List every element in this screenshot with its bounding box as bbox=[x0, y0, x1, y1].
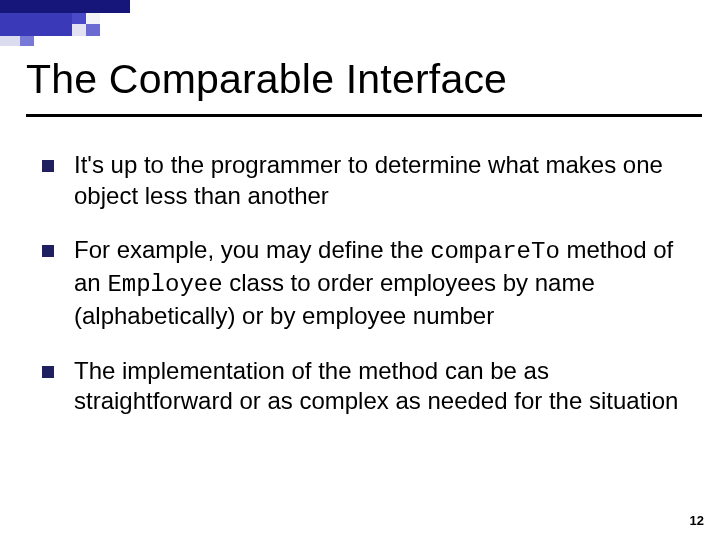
title-underline bbox=[26, 114, 702, 117]
bullet-item: It's up to the programmer to determine w… bbox=[42, 150, 680, 211]
bullet-item: For example, you may define the compareT… bbox=[42, 235, 680, 331]
slide-body: It's up to the programmer to determine w… bbox=[42, 150, 680, 441]
code-span: Employee bbox=[107, 271, 222, 298]
bullet-text: For example, you may define the compareT… bbox=[74, 235, 680, 331]
page-number: 12 bbox=[690, 513, 704, 528]
slide-title: The Comparable Interface bbox=[26, 56, 507, 103]
bullet-square-icon bbox=[42, 245, 54, 257]
bullet-square-icon bbox=[42, 366, 54, 378]
slide-corner-decoration bbox=[0, 0, 130, 46]
bullet-square-icon bbox=[42, 160, 54, 172]
bullet-text: The implementation of the method can be … bbox=[74, 356, 680, 417]
bullet-item: The implementation of the method can be … bbox=[42, 356, 680, 417]
code-span: compareTo bbox=[430, 238, 560, 265]
bullet-text: It's up to the programmer to determine w… bbox=[74, 150, 680, 211]
